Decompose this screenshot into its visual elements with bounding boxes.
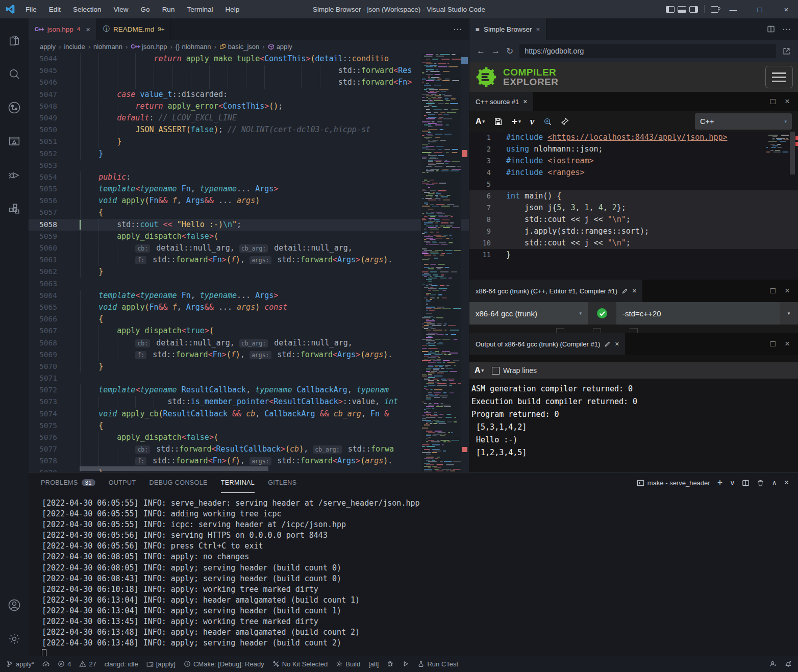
code-editor[interactable]: 5044 return apply_make_tuple<ConstThis>(… [29,53,469,472]
reload-icon[interactable]: ↻ [506,46,513,57]
font-size-button[interactable]: A▾ [475,366,484,375]
options-dropdown-icon[interactable]: ▾ [780,311,798,316]
minimize-button[interactable]: — [721,0,745,18]
breadcrumb-item-apply[interactable]: apply [268,43,292,51]
language-select[interactable]: C++▾ [695,113,792,130]
compiler-select[interactable]: x86-64 gcc (trunk)▾ [469,302,588,325]
font-size-button[interactable]: A▾ [476,117,485,126]
customize-layout-icon[interactable] [711,6,718,13]
source-pane-tab[interactable]: C++ source #1 × [469,92,533,111]
source-control-icon[interactable] [0,91,29,125]
close-pane-icon[interactable]: × [785,339,790,349]
vim-mode-icon[interactable]: v [530,116,534,127]
status-item-cmake-debug-ready[interactable]: CMake: [Debug]: Ready [184,660,264,668]
toggle-sidebar-icon[interactable] [666,6,675,13]
panel-tab-debug-console[interactable]: DEBUG CONSOLE [149,472,208,493]
account-icon[interactable] [0,588,29,622]
output-pane-tab[interactable]: Output of x86-64 gcc (trunk) (Compiler #… [469,333,625,355]
split-editor-icon[interactable] [767,25,775,33]
hamburger-menu-icon[interactable] [765,66,793,88]
close-icon[interactable]: × [523,97,527,106]
rename-pencil-icon[interactable] [604,341,611,347]
menu-selection[interactable]: Selection [68,4,107,15]
panel-tab-output[interactable]: OUTPUT [109,472,136,493]
terminal-dropdown-icon[interactable]: ∨ [730,479,735,487]
close-pane-icon[interactable]: × [785,96,790,107]
close-tab-icon[interactable]: × [86,25,90,34]
save-icon[interactable] [494,117,503,126]
menu-file[interactable]: File [20,4,42,15]
settings-gear-icon[interactable] [0,622,29,656]
terminal-session[interactable]: make - serve_header [637,479,710,487]
status-item-no-kit-selected[interactable]: No Kit Selected [272,660,328,668]
more-actions-icon[interactable]: ⋯ [446,18,469,40]
menu-view[interactable]: View [109,4,134,15]
menu-help[interactable]: Help [220,4,244,15]
panel-close-icon[interactable]: × [784,478,789,487]
menu-edit[interactable]: Edit [44,4,66,15]
godbolt-source-editor[interactable]: 1#include <https://localhost:8443/apply/… [469,132,798,280]
menu-terminal[interactable]: Terminal [182,4,218,15]
status-item-build[interactable]: Build [336,660,360,668]
run-and-debug-icon[interactable] [0,158,29,192]
breadcrumb-item-nlohmann[interactable]: nlohmann [93,43,122,51]
search-icon[interactable] [0,57,29,91]
terminal-output[interactable]: [2022-04-30 06:05:55] INFO: serve_header… [29,493,798,656]
explorer-icon[interactable] [0,23,29,57]
horizontal-scrollbar[interactable] [80,466,268,471]
toggle-secondary-sidebar-icon[interactable] [689,6,698,13]
maximize-pane-icon[interactable]: □ [770,96,776,107]
split-terminal-icon[interactable] [742,479,750,487]
rename-pencil-icon[interactable] [621,288,628,294]
maximize-pane-icon[interactable]: □ [770,286,776,296]
status-item-play[interactable] [402,660,409,667]
tab-json-hpp[interactable]: C++ json.hpp 4 × [29,18,97,40]
status-item-clangd-idle[interactable]: clangd: idle [105,660,138,668]
pin-cursor-icon[interactable] [561,117,570,126]
close-button[interactable]: × [775,0,798,18]
open-external-icon[interactable] [782,47,791,56]
status-item-27[interactable]: 27 [79,660,96,668]
status-item-cloud[interactable] [42,660,49,667]
new-terminal-icon[interactable]: + [717,478,723,488]
wrap-lines-checkbox[interactable] [492,367,500,375]
panel-tab-gitlens[interactable]: GITLENS [268,472,296,493]
extensions-icon[interactable] [0,192,29,226]
kill-terminal-icon[interactable] [757,479,764,487]
breadcrumb-item-json.hpp[interactable]: C++json.hpp [131,43,167,51]
add-pane-button[interactable]: +▾ [512,116,521,127]
compiler-pane-tab[interactable]: x86-64 gcc (trunk) (C++, Editor #1, Comp… [469,280,642,302]
zoom-search-icon[interactable] [543,117,552,126]
more-actions-icon[interactable]: ⋯ [782,24,791,35]
back-icon[interactable]: ← [477,46,485,56]
close-tab-icon[interactable]: × [536,26,540,33]
status-item--all-[interactable]: [all] [368,660,379,668]
tab-simple-browser[interactable]: ≡ Simple Browser × [469,18,546,40]
breadcrumb-item-basic_json[interactable]: basic_json [219,43,259,51]
tab-readme-md[interactable]: ⓘ README.md 9+ [97,18,171,40]
breadcrumb-item-include[interactable]: include [64,43,85,51]
close-pane-icon[interactable]: × [785,286,790,296]
status-item-apply-[interactable]: apply* [6,660,34,668]
close-icon[interactable]: × [632,287,636,295]
editor-scrollbar[interactable] [461,53,469,472]
status-item-4[interactable]: 4 [58,660,71,668]
minimap[interactable] [421,53,461,472]
close-icon[interactable]: × [615,340,619,348]
status-item-bug[interactable] [387,660,394,667]
toggle-panel-icon[interactable] [678,6,686,13]
panel-tab-terminal[interactable]: TERMINAL [221,472,255,493]
menu-go[interactable]: Go [136,4,155,15]
breadcrumb-item-nlohmann[interactable]: {}nlohmann [176,43,211,51]
status-item-run-ctest[interactable]: Run CTest [417,660,458,668]
breadcrumb-item-apply[interactable]: apply [40,43,56,51]
status-item--apply-[interactable]: [apply] [146,660,176,668]
forward-icon[interactable]: → [491,46,500,56]
menu-run[interactable]: Run [157,4,180,15]
url-input[interactable]: https://godbolt.org [519,44,776,58]
status-item-person[interactable] [769,660,777,667]
window-warning-icon[interactable] [0,125,29,158]
panel-maximize-icon[interactable]: ∧ [771,479,777,487]
panel-tab-problems[interactable]: PROBLEMS31 [41,472,95,493]
compiler-options-input[interactable]: -std=c++20 [616,302,780,325]
